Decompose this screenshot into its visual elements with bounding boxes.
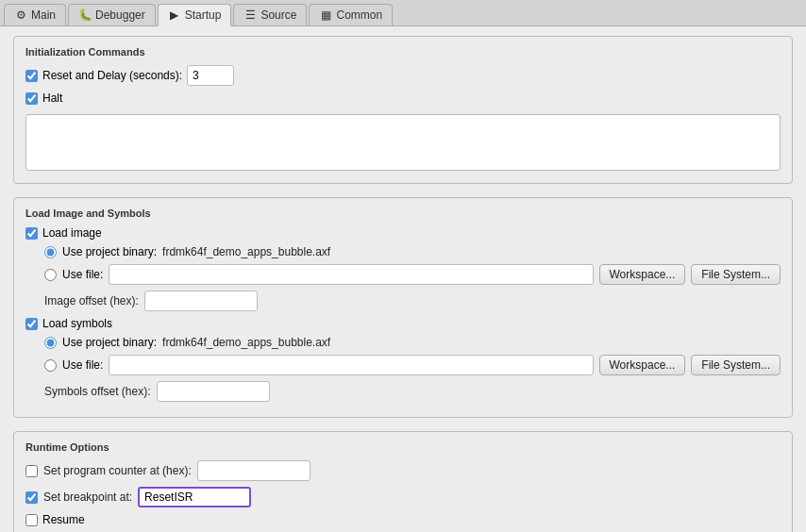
resume-label: Resume <box>42 513 85 526</box>
use-file-row: Use file: Workspace... File System... <box>44 264 781 285</box>
use-file2-label: Use file: <box>62 358 103 372</box>
load-image-checkbox[interactable] <box>25 227 38 240</box>
source-icon: ☰ <box>243 8 257 22</box>
use-file2-row: Use file: Workspace... File System... <box>44 355 781 375</box>
reset-label: Reset and Delay (seconds): <box>42 69 182 82</box>
runtime-title: Runtime Options <box>25 441 781 453</box>
reset-delay-input[interactable] <box>187 65 234 86</box>
init-title: Initialization Commands <box>25 46 781 58</box>
workspace2-button[interactable]: Workspace... <box>599 355 686 375</box>
tab-common[interactable]: ▦ Common <box>309 4 393 25</box>
load-image-section: Load Image and Symbols Load image Use pr… <box>13 197 793 418</box>
load-symbols-checkbox[interactable] <box>25 318 38 330</box>
load-image-row: Load image <box>25 226 781 240</box>
tab-startup[interactable]: ▶ Startup <box>158 4 232 26</box>
set-pc-label: Set program counter at (hex): <box>43 464 192 477</box>
use-project-binary2-radio[interactable] <box>44 337 57 349</box>
init-commands-textarea[interactable] <box>25 114 781 171</box>
halt-row: Halt <box>25 91 781 105</box>
halt-checkbox[interactable] <box>25 92 38 105</box>
use-project-binary-label: Use project binary: <box>62 245 157 258</box>
use-file-label: Use file: <box>62 268 103 281</box>
reset-checkbox[interactable] <box>25 70 38 82</box>
project-binary-value: frdmk64f_demo_apps_bubble.axf <box>162 245 330 258</box>
use-project-binary2-label: Use project binary: <box>62 336 157 349</box>
use-file2-radio[interactable] <box>44 359 57 372</box>
workspace-button[interactable]: Workspace... <box>599 264 686 285</box>
tab-bar: ⚙ Main 🐛 Debugger ▶ Startup ☰ Source ▦ C… <box>0 0 806 26</box>
image-offset-input[interactable] <box>144 291 258 311</box>
use-file2-input[interactable] <box>109 355 593 375</box>
tab-main[interactable]: ⚙ Main <box>4 4 66 25</box>
set-breakpoint-checkbox[interactable] <box>25 491 38 504</box>
set-pc-row: Set program counter at (hex): <box>25 460 781 481</box>
set-breakpoint-input[interactable] <box>138 487 251 507</box>
tab-debugger[interactable]: 🐛 Debugger <box>68 4 156 25</box>
load-symbols-label: Load symbols <box>42 317 112 330</box>
load-image-title: Load Image and Symbols <box>25 208 781 219</box>
load-symbols-row: Load symbols <box>25 317 781 330</box>
init-section: Initialization Commands Reset and Delay … <box>13 36 793 184</box>
use-project-binary-row: Use project binary: frdmk64f_demo_apps_b… <box>44 245 781 258</box>
project-binary2-value: frdmk64f_demo_apps_bubble.axf <box>162 336 330 349</box>
set-pc-input[interactable] <box>197 460 311 481</box>
set-breakpoint-label: Set breakpoint at: <box>43 490 132 504</box>
use-project-binary2-row: Use project binary: frdmk64f_demo_apps_b… <box>44 336 781 349</box>
resume-checkbox[interactable] <box>25 514 38 526</box>
filesystem2-button[interactable]: File System... <box>691 355 781 375</box>
runtime-section: Runtime Options Set program counter at (… <box>13 431 793 532</box>
common-icon: ▦ <box>319 8 332 22</box>
image-offset-label: Image offset (hex): <box>44 294 139 308</box>
symbols-offset-label: Symbols offset (hex): <box>44 385 151 398</box>
symbols-offset-row: Symbols offset (hex): <box>44 381 781 402</box>
halt-label: Halt <box>42 91 62 105</box>
set-pc-checkbox[interactable] <box>25 465 38 477</box>
tab-source[interactable]: ☰ Source <box>233 4 307 25</box>
content-area: Initialization Commands Reset and Delay … <box>0 26 806 532</box>
use-project-binary-radio[interactable] <box>44 246 57 258</box>
image-offset-row: Image offset (hex): <box>44 291 781 311</box>
resume-row: Resume <box>25 513 781 526</box>
play-icon: ▶ <box>168 8 181 22</box>
bug-icon: 🐛 <box>78 8 92 22</box>
reset-row: Reset and Delay (seconds): <box>25 65 781 86</box>
filesystem-button[interactable]: File System... <box>691 264 781 285</box>
set-breakpoint-row: Set breakpoint at: <box>25 487 781 507</box>
symbols-offset-input[interactable] <box>157 381 270 402</box>
use-file-radio[interactable] <box>44 269 57 281</box>
main-icon: ⚙ <box>14 8 27 22</box>
use-file-input[interactable] <box>109 264 593 285</box>
load-image-label: Load image <box>42 226 102 240</box>
main-window: ⚙ Main 🐛 Debugger ▶ Startup ☰ Source ▦ C… <box>0 0 806 532</box>
